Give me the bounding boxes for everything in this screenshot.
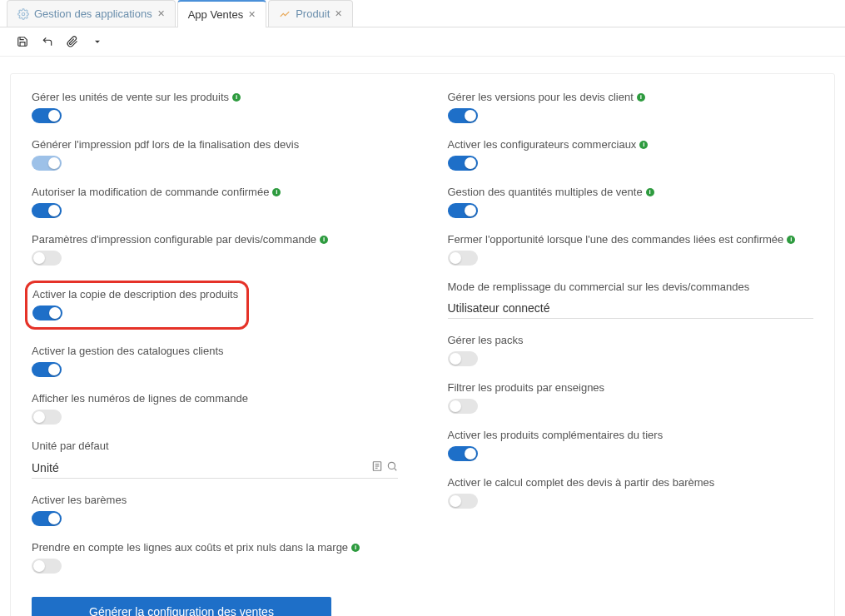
toggle-multiqty[interactable]	[448, 203, 478, 218]
setting-printcfg: Paramètres d'impression configurable par…	[32, 233, 398, 266]
setting-units: Gérer les unités de vente sur les produi…	[32, 91, 398, 123]
toggle-closeopp[interactable]	[448, 251, 478, 266]
highlight-box: Activer la copie de description des prod…	[25, 281, 249, 330]
tab-app-management[interactable]: Gestion des applications ✕	[7, 0, 176, 27]
setting-baremes: Activer les barèmes	[32, 494, 398, 526]
toggle-baremes[interactable]	[32, 511, 62, 526]
search-icon[interactable]	[386, 460, 398, 474]
setting-label: Prendre en compte les lignes aux coûts e…	[32, 541, 348, 554]
setting-label: Gérer les unités de vente sur les produi…	[32, 91, 229, 103]
setting-label: Unité par défaut	[32, 440, 109, 452]
gear-icon	[17, 8, 29, 20]
toggle-copydesc[interactable]	[32, 306, 62, 320]
right-column: Gérer les versions pour les devis client…	[448, 91, 814, 616]
setting-catalog: Activer la gestion des catalogues client…	[32, 345, 398, 377]
setting-filter: Filtrer les produits par enseignes	[448, 381, 814, 414]
tab-label: Gestion des applications	[34, 7, 152, 20]
mode-remplissage-value[interactable]: Utilisateur connecté	[448, 301, 814, 315]
close-icon[interactable]: ✕	[248, 9, 256, 20]
unit-default-input[interactable]	[32, 461, 371, 474]
setting-copydesc: Activer la copie de description des prod…	[32, 281, 398, 330]
setting-unit-default: Unité par défaut	[32, 440, 398, 479]
toggle-printcfg[interactable]	[32, 251, 62, 266]
info-icon[interactable]: i	[787, 236, 795, 244]
setting-label: Paramètres d'impression configurable par…	[32, 233, 316, 246]
svg-line-6	[394, 469, 396, 471]
undo-icon[interactable]	[42, 36, 53, 47]
tab-app-ventes[interactable]: App Ventes ✕	[177, 0, 267, 27]
setting-marge: Prendre en compte les lignes aux coûts e…	[32, 541, 398, 574]
info-icon[interactable]: i	[351, 544, 360, 552]
toggle-linenum[interactable]	[32, 410, 62, 425]
info-icon[interactable]: i	[232, 93, 241, 102]
info-icon[interactable]: i	[320, 236, 328, 244]
toggle-versions[interactable]	[448, 108, 478, 123]
toggle-filter[interactable]	[448, 399, 478, 414]
toggle-units[interactable]	[32, 108, 62, 123]
setting-pdf: Générer l'impression pdf lors de la fina…	[32, 138, 398, 171]
info-icon[interactable]: i	[272, 188, 281, 196]
close-icon[interactable]: ✕	[335, 8, 342, 19]
setting-label: Filtrer les produits par enseignes	[448, 381, 605, 394]
setting-multiqty: Gestion des quantités multiples de vente…	[448, 186, 814, 218]
setting-label: Activer la copie de description des prod…	[32, 288, 238, 301]
tab-produit[interactable]: Produit ✕	[268, 0, 353, 27]
toggle-marge[interactable]	[32, 559, 62, 574]
toggle-compl[interactable]	[448, 446, 478, 461]
chart-icon	[279, 8, 291, 20]
setting-calc: Activer le calcul complet des devis à pa…	[448, 476, 814, 509]
setting-compl: Activer les produits complémentaires du …	[448, 429, 814, 461]
toggle-calc[interactable]	[448, 494, 478, 509]
setting-versions: Gérer les versions pour les devis client…	[448, 91, 814, 123]
setting-label: Activer le calcul complet des devis à pa…	[448, 476, 715, 489]
setting-label: Fermer l'opportunité lorsque l'une des c…	[448, 233, 784, 246]
toggle-configurators[interactable]	[448, 156, 478, 171]
setting-label: Gérer les versions pour les devis client	[448, 91, 634, 103]
generate-config-button[interactable]: Générer la configuration des ventes	[32, 597, 331, 616]
settings-panel: Gérer les unités de vente sur les produi…	[10, 73, 835, 616]
setting-label: Générer l'impression pdf lors de la fina…	[32, 138, 299, 151]
svg-point-5	[388, 462, 395, 469]
setting-label: Activer les barèmes	[32, 494, 127, 506]
setting-label: Activer les produits complémentaires du …	[448, 429, 664, 441]
setting-label: Activer les configurateurs commerciaux	[448, 138, 637, 151]
tab-label: Produit	[296, 7, 330, 20]
toggle-pdf	[32, 156, 62, 171]
svg-point-0	[22, 12, 25, 16]
setting-label: Mode de remplissage du commercial sur le…	[448, 281, 750, 293]
toggle-packs[interactable]	[448, 351, 478, 366]
left-column: Gérer les unités de vente sur les produi…	[32, 91, 398, 616]
setting-packs: Gérer les packs	[448, 334, 814, 366]
setting-mode-remplissage: Mode de remplissage du commercial sur le…	[448, 281, 814, 319]
save-icon[interactable]	[17, 36, 28, 47]
attachment-icon[interactable]	[67, 36, 78, 47]
dropdown-caret-icon[interactable]	[92, 36, 103, 47]
setting-closeopp: Fermer l'opportunité lorsque l'une des c…	[448, 233, 814, 266]
info-icon[interactable]: i	[639, 141, 648, 149]
info-icon[interactable]: i	[637, 93, 645, 102]
toggle-catalog[interactable]	[32, 362, 62, 377]
lookup-icon[interactable]	[371, 460, 383, 474]
setting-label: Activer la gestion des catalogues client…	[32, 345, 224, 357]
setting-label: Gestion des quantités multiples de vente	[448, 186, 643, 198]
tab-label: App Ventes	[188, 8, 244, 21]
info-icon[interactable]: i	[646, 188, 654, 196]
close-icon[interactable]: ✕	[157, 8, 165, 19]
setting-linenum: Afficher les numéros de lignes de comman…	[32, 392, 398, 425]
setting-label: Afficher les numéros de lignes de comman…	[32, 392, 248, 405]
toolbar	[0, 27, 845, 57]
tabs-bar: Gestion des applications ✕ App Ventes ✕ …	[0, 0, 845, 27]
toggle-confirm[interactable]	[32, 203, 62, 218]
setting-label: Autoriser la modification de commande co…	[32, 186, 269, 198]
setting-confirm: Autoriser la modification de commande co…	[32, 186, 398, 218]
setting-label: Gérer les packs	[448, 334, 524, 346]
setting-configurators: Activer les configurateurs commerciauxi	[448, 138, 814, 171]
